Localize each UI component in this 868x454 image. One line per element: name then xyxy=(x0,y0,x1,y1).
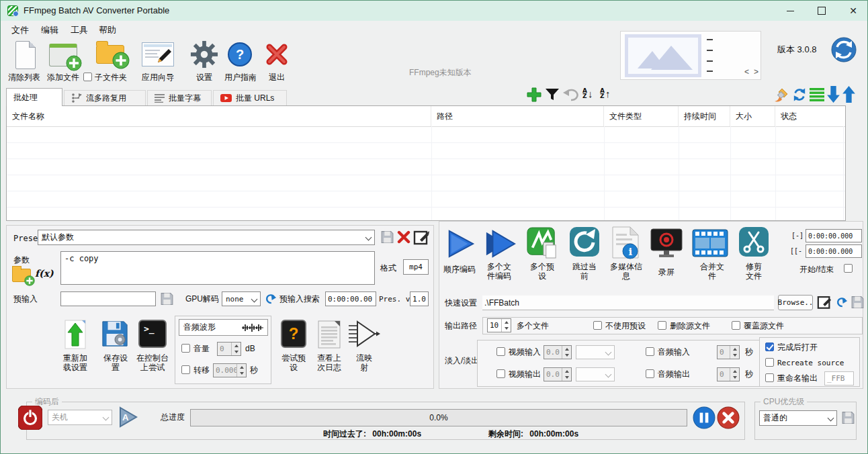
format-field[interactable]: mp4 xyxy=(403,259,429,275)
column-header-duration[interactable]: 持续时间 xyxy=(679,106,730,126)
column-header-size[interactable]: 大小 xyxy=(730,106,775,126)
reload-settings-icon[interactable] xyxy=(64,320,86,349)
preview-next-button[interactable]: > xyxy=(754,67,758,77)
gear-icon[interactable] xyxy=(190,40,218,69)
after-encode-combo[interactable]: 关机 xyxy=(48,410,112,425)
column-header-filename[interactable]: 文件名称 xyxy=(7,106,431,126)
try-preset-button[interactable]: 尝试预 设 xyxy=(274,353,313,372)
view-log-icon[interactable] xyxy=(317,320,341,349)
save-settings-button[interactable]: 保存设 置 xyxy=(95,353,136,372)
sequential-encode-icon[interactable] xyxy=(445,228,476,259)
sort-az-asc-icon[interactable]: AZ↓ xyxy=(582,88,593,99)
video-fadeout-spinner[interactable]: 0.0 xyxy=(544,367,572,381)
pause-button[interactable] xyxy=(693,406,715,429)
trim-button[interactable]: 修剪 文件 xyxy=(739,262,769,281)
exit-button[interactable]: 退出 xyxy=(265,72,288,83)
screen-record-icon[interactable] xyxy=(650,228,683,259)
list-menu-icon[interactable] xyxy=(810,88,824,101)
presets-combo[interactable]: 默认参数 xyxy=(38,230,375,245)
audio-fadeout-spinner[interactable]: 0 xyxy=(717,367,740,381)
spinner-arrows[interactable] xyxy=(231,343,241,355)
column-header-status[interactable]: 状态 xyxy=(775,106,845,126)
spinner-arrows[interactable] xyxy=(236,364,246,377)
browse-button[interactable]: Browse.. xyxy=(778,295,813,310)
add-files-button[interactable]: 添加文件 xyxy=(42,72,84,83)
spinner-arrows[interactable] xyxy=(562,346,571,359)
multi-file-encode-button[interactable]: 多个文 件编码 xyxy=(480,262,519,281)
overwrite-source-checkbox[interactable] xyxy=(732,321,740,330)
stream-map-icon[interactable] xyxy=(348,320,380,348)
join-files-icon[interactable] xyxy=(692,228,728,258)
menu-help[interactable]: 帮助 xyxy=(95,24,120,37)
save-path-icon[interactable] xyxy=(851,295,865,310)
subfolders-checkbox[interactable] xyxy=(83,73,92,81)
start-end-checkbox[interactable] xyxy=(844,264,853,273)
screen-record-button[interactable]: 录屏 xyxy=(652,267,681,277)
settings-button[interactable]: 设置 xyxy=(190,72,218,83)
multi-preset-button[interactable]: 多个预 设 xyxy=(524,262,560,281)
minimize-button[interactable] xyxy=(775,1,806,21)
spinner-arrows[interactable] xyxy=(730,346,739,359)
preinput-refresh-icon[interactable] xyxy=(265,293,277,305)
join-files-button[interactable]: 合并文 件 xyxy=(697,262,727,281)
volume-spinner[interactable]: 0 xyxy=(217,342,241,356)
open-when-done-checkbox[interactable] xyxy=(765,343,774,351)
tab-urls[interactable]: 批量 URLs xyxy=(213,90,287,105)
save-settings-icon[interactable] xyxy=(101,320,129,348)
sequential-encode-button[interactable]: 顺序编码 xyxy=(439,265,480,274)
clear-list-button[interactable]: 清除列表 xyxy=(3,72,45,83)
add-files-icon[interactable] xyxy=(49,44,77,66)
preinput-field[interactable] xyxy=(60,291,156,306)
delete-preset-icon[interactable] xyxy=(397,230,410,244)
audio-fadein-spinner[interactable]: 0 xyxy=(717,345,740,359)
refresh-list-icon[interactable] xyxy=(791,87,808,103)
params-textarea[interactable]: -c copy xyxy=(60,251,375,285)
delete-source-checkbox[interactable] xyxy=(658,321,666,330)
rename-output-checkbox[interactable] xyxy=(765,373,774,382)
exit-icon[interactable] xyxy=(264,42,290,67)
save-preset-icon[interactable] xyxy=(380,230,394,244)
multi-file-encode-icon[interactable] xyxy=(484,228,516,259)
edit-preset-icon[interactable] xyxy=(413,229,429,245)
add-param-folder-icon[interactable] xyxy=(12,269,31,282)
audio-fadeout-checkbox[interactable] xyxy=(646,369,654,378)
shift-checkbox[interactable] xyxy=(181,365,190,374)
auto-shutdown-icon[interactable]: A xyxy=(118,406,138,428)
column-header-path[interactable]: 路径 xyxy=(431,106,604,126)
try-console-button[interactable]: 在控制台 上尝试 xyxy=(130,353,175,372)
app-wizard-button[interactable]: 应用向导 xyxy=(138,72,178,83)
subfolders-label[interactable]: 子文件夹 xyxy=(95,73,127,82)
clear-list-icon[interactable] xyxy=(15,41,36,69)
add-row-icon[interactable] xyxy=(527,87,541,102)
edit-path-icon[interactable] xyxy=(817,294,832,310)
clean-brush-icon[interactable] xyxy=(773,87,789,103)
app-wizard-icon[interactable] xyxy=(142,42,174,66)
tab-batch[interactable]: 批处理 xyxy=(6,88,62,106)
console-icon[interactable]: >_ xyxy=(138,320,167,348)
filter-icon[interactable] xyxy=(545,88,560,101)
output-path-field[interactable]: .\FFBatch xyxy=(482,296,774,310)
undo-icon[interactable] xyxy=(563,88,579,102)
video-fadeout-checkbox[interactable] xyxy=(496,369,505,378)
user-guide-button[interactable]: 用户指南 xyxy=(222,72,259,83)
skip-current-button[interactable]: 跳过当 前 xyxy=(567,262,602,281)
skip-current-icon[interactable] xyxy=(570,227,599,257)
update-refresh-icon[interactable] xyxy=(831,37,857,62)
stream-map-button[interactable]: 流映 射 xyxy=(349,353,379,372)
no-presets-checkbox[interactable] xyxy=(593,321,602,330)
trim-start-field[interactable]: 0:00:00.000 xyxy=(806,229,862,242)
video-fadein-combo[interactable] xyxy=(576,345,615,359)
trim-icon[interactable] xyxy=(739,227,769,257)
trim-end-field[interactable]: 0:00:00.000 xyxy=(806,244,862,258)
cpu-priority-combo[interactable]: 普通的 xyxy=(759,410,837,426)
save-priority-icon[interactable] xyxy=(841,410,855,425)
waveform-button[interactable]: 音频波形 xyxy=(179,319,268,336)
stop-button[interactable] xyxy=(717,406,740,429)
reset-path-icon[interactable] xyxy=(836,296,848,308)
tab-mux[interactable]: 流多路复用 xyxy=(64,90,146,105)
media-info-button[interactable]: 多媒体信 息 xyxy=(605,262,648,281)
multi-preset-icon[interactable] xyxy=(527,227,558,259)
maximize-button[interactable] xyxy=(806,1,837,21)
shift-spinner[interactable]: 0.000 xyxy=(213,363,247,377)
try-preset-icon[interactable]: ? xyxy=(281,320,306,348)
